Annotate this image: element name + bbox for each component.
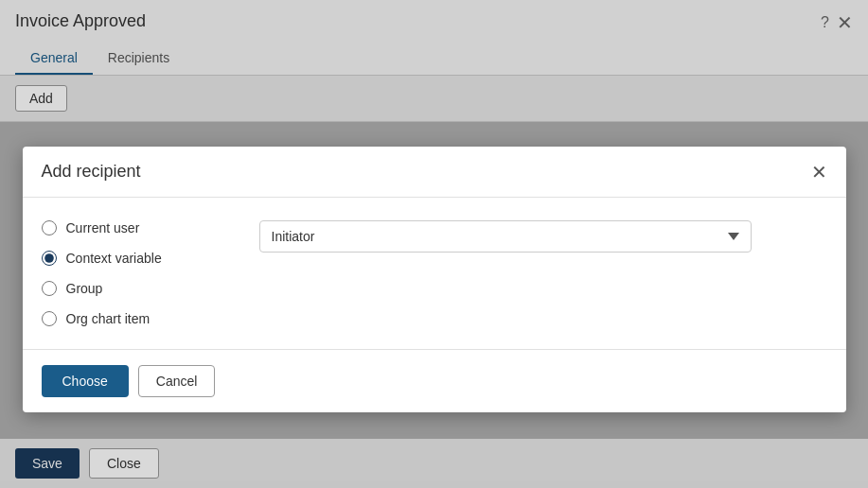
modal-body: Current user Context variable Group Org … <box>23 198 846 349</box>
radio-label-current-user: Current user <box>66 220 140 235</box>
radio-current-user[interactable] <box>42 220 57 235</box>
radio-context-variable[interactable] <box>42 251 57 266</box>
radio-item-org-chart-item[interactable]: Org chart item <box>42 311 231 326</box>
radio-item-current-user[interactable]: Current user <box>42 220 231 235</box>
context-variable-select[interactable]: Initiator Current User Approver <box>259 220 752 253</box>
radio-org-chart-item[interactable] <box>42 311 57 326</box>
modal-footer: Choose Cancel <box>23 349 846 412</box>
add-recipient-modal: Add recipient ✕ Current user Context var… <box>23 147 846 412</box>
radio-item-group[interactable]: Group <box>42 281 231 296</box>
recipient-type-radio-group: Current user Context variable Group Org … <box>42 220 231 326</box>
radio-item-context-variable[interactable]: Context variable <box>42 251 231 266</box>
modal-close-button[interactable]: ✕ <box>811 163 827 182</box>
radio-group[interactable] <box>42 281 57 296</box>
modal-header: Add recipient ✕ <box>23 147 846 198</box>
context-variable-dropdown-container: Initiator Current User Approver <box>259 220 752 253</box>
choose-button[interactable]: Choose <box>42 365 129 397</box>
radio-label-org-chart-item: Org chart item <box>66 311 151 326</box>
radio-label-group: Group <box>66 281 103 296</box>
modal-title: Add recipient <box>42 162 141 182</box>
radio-label-context-variable: Context variable <box>66 251 162 266</box>
cancel-button[interactable]: Cancel <box>138 365 216 397</box>
